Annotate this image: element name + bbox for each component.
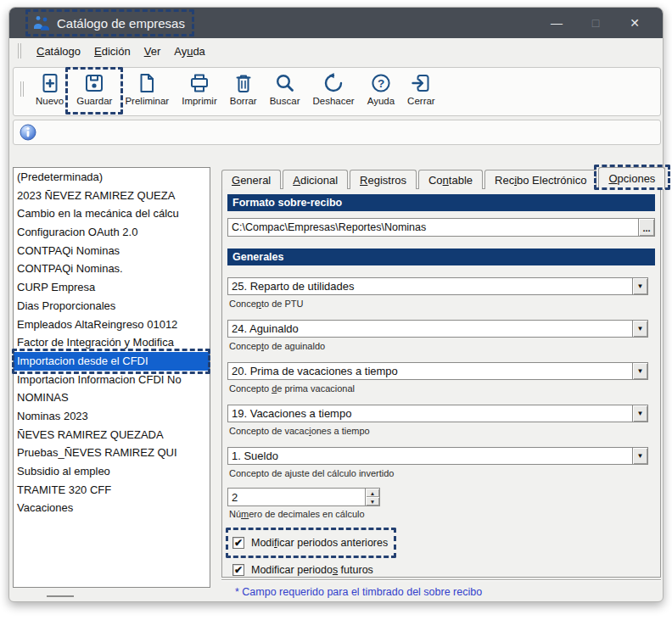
menubar-grip[interactable] [18,43,21,59]
close-button[interactable]: ✕ [615,8,654,38]
minimize-button[interactable]: — [537,8,576,38]
list-item[interactable]: Pruebas_ÑEVES RAMIREZ QUI [14,444,210,462]
decimales-spinner[interactable]: 2 ▲ ▼ [227,488,380,506]
preview-document-icon [136,72,158,94]
decimales-label: Número de decimales en cálculo [229,509,365,519]
toolbar-grip[interactable] [20,81,24,97]
chevron-down-icon[interactable]: ▼ [632,321,647,337]
list-item[interactable]: Factor de Integración y Modifica [14,333,210,352]
list-item[interactable]: CONTPAQi Nominas. [14,260,210,278]
company-list: (Predeterminada) 2023 ÑEVEZ RAMIREZ QUEZ… [13,167,210,588]
help-icon: ? [370,72,392,94]
concepto-ajuste-combo[interactable]: 1. Sueldo ▼ [227,447,648,465]
formato-path-row: C:\Compac\Empresas\Reportes\Nominas ... [227,218,655,237]
required-field-note: * Campo requerido para el timbrado del s… [235,586,482,598]
tab-registros[interactable]: Registros [350,170,417,189]
concepto-aguinaldo-label: Concepto de aguinaldo [229,341,325,351]
list-item-selected[interactable]: Importacion desde el CFDI [14,352,210,371]
formato-section-header: Formato sobre-recibo [227,194,655,211]
menu-bar: Catálogo Edición Ver Ayuda [9,38,663,64]
list-item[interactable]: Vacaciones [14,499,210,517]
catalog-window: Catálogo de empresas — □ ✕ Catálogo Edic… [8,7,664,602]
concepto-ptu-label: Concepto de PTU [229,299,303,309]
modificar-anteriores-label: Modificar periodos anteriores [251,537,388,549]
toolbar-button-ayuda[interactable]: ? Ayuda [362,71,400,107]
list-item[interactable]: CONTPAQi Nominas [14,242,210,260]
tab-recibo-electronico[interactable]: Recibo Electrónico [484,170,596,189]
trash-icon [232,72,255,94]
generales-section-header: Generales [227,249,655,265]
spin-down-icon[interactable]: ▼ [366,497,379,505]
opciones-tab-page: Formato sobre-recibo C:\Compac\Empresas\… [221,188,661,578]
search-icon [274,72,296,94]
tab-opciones[interactable]: Opciones [598,167,665,189]
list-item[interactable]: Cambio en la mecánica del cálcu [14,204,210,223]
tab-general[interactable]: General [221,170,281,189]
list-item[interactable]: ÑEVES RAMIREZ QUEZADA [14,426,210,444]
decimales-value[interactable]: 2 [228,489,365,505]
toolbar-button-deshacer[interactable]: Deshacer [307,71,359,107]
concepto-aguinaldo-combo[interactable]: 24. Aguinaldo ▼ [227,320,648,338]
printer-icon [188,72,210,94]
toolbar-button-cerrar[interactable]: Cerrar [402,71,440,107]
modificar-futuros-label: Modificar periodos futuros [251,564,373,576]
menu-edicion[interactable]: Edición [89,42,136,60]
window-controls: — □ ✕ [537,8,654,38]
list-item[interactable]: Importacion Informacion CFDI No [14,371,210,389]
titlebar: Catálogo de empresas — □ ✕ [9,8,663,38]
toolbar-button-preliminar[interactable]: Preliminar [120,71,174,107]
list-item[interactable]: Dias Proporcionales [14,297,210,316]
concepto-vacaciones-label: Concepto de vacaciones a tiempo [229,426,370,436]
toolbar-button-guardar[interactable]: Guardar [71,71,117,107]
title-group: Catálogo de empresas [33,12,185,34]
list-item[interactable]: Configuracion OAuth 2.0 [14,223,210,242]
menu-ayuda[interactable]: Ayuda [169,42,210,60]
toolbar: Nuevo Guardar Preliminar Imprimir Borrar… [13,67,661,116]
window-title: Catálogo de empresas [57,16,185,31]
exit-icon [410,72,432,94]
info-bar [13,120,661,145]
toolbar-button-borrar[interactable]: Borrar [225,71,262,107]
toolbar-button-nuevo[interactable]: Nuevo [31,71,69,107]
list-item[interactable]: TRAMITE 320 CFF [14,481,210,500]
concepto-vacaciones-combo[interactable]: 19. Vacaciones a tiempo ▼ [227,405,648,422]
status-bar: * Campo requerido para el timbrado del s… [221,579,661,603]
concepto-ptu-combo[interactable]: 25. Reparto de utilidades ▼ [227,277,648,295]
info-icon [20,124,36,141]
maximize-button[interactable]: □ [576,8,615,38]
checkbox-checked-icon[interactable]: ✔ [232,537,244,549]
concepto-ajuste-label: Concepto de ajuste del cálculo invertido [229,468,394,478]
modificar-anteriores-checkbox-row[interactable]: ✔ Modificar periodos anteriores [232,535,388,550]
list-item[interactable]: Subsidio al empleo [14,462,210,481]
chevron-down-icon[interactable]: ▼ [632,405,647,422]
menu-ver[interactable]: Ver [139,42,166,60]
new-document-icon [39,72,61,94]
app-logo-people-icon [33,15,50,31]
tab-strip: General Adicional Registros Contable Rec… [221,167,667,189]
list-item[interactable]: Empleados AltaReingreso 01012 [14,316,210,334]
tab-contable[interactable]: Contable [418,170,483,189]
tab-adicional[interactable]: Adicional [283,170,348,189]
list-item[interactable]: NOMINAS [14,388,210,407]
list-splitter-handle[interactable] [47,595,74,597]
save-icon [83,72,105,94]
menu-catalogo[interactable]: Catálogo [31,42,86,60]
undo-icon [322,72,344,94]
spin-up-icon[interactable]: ▲ [366,489,379,497]
browse-button[interactable]: ... [639,218,655,237]
concepto-prima-vacacional-label: Concepto de prima vacacional [229,383,355,394]
list-item[interactable]: 2023 ÑEVEZ RAMIREZ QUEZA [14,187,210,205]
formato-path-input[interactable]: C:\Compac\Empresas\Reportes\Nominas [227,218,639,237]
list-item[interactable]: CURP Empresa [14,278,210,297]
toolbar-button-imprimir[interactable]: Imprimir [176,71,222,107]
toolbar-button-buscar[interactable]: Buscar [265,71,305,107]
checkbox-checked-icon[interactable]: ✔ [232,564,244,576]
chevron-down-icon[interactable]: ▼ [632,363,647,379]
list-item[interactable]: (Predeterminada) [14,168,210,187]
list-item[interactable]: Nominas 2023 [14,407,210,426]
concepto-prima-vacacional-combo[interactable]: 20. Prima de vacaciones a tiempo ▼ [227,362,648,380]
modificar-futuros-checkbox-row[interactable]: ✔ Modificar periodos futuros [232,562,373,578]
chevron-down-icon[interactable]: ▼ [632,448,647,464]
chevron-down-icon[interactable]: ▼ [632,278,647,294]
svg-text:?: ? [378,77,384,90]
